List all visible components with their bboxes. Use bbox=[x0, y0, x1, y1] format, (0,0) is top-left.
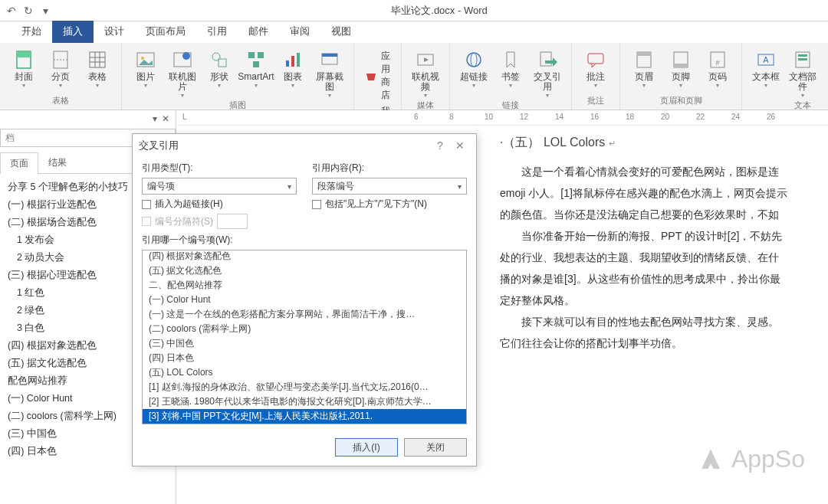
insert-button[interactable]: 插入(I) bbox=[335, 438, 398, 457]
ribbon-btn-分页[interactable]: 分页▾ bbox=[43, 46, 78, 94]
ribbon-btn-书签[interactable]: 书签▾ bbox=[493, 46, 528, 99]
svg-text:#: # bbox=[715, 59, 719, 67]
ribbon-btn-label: 页码 bbox=[708, 72, 727, 82]
cross-reference-dialog: 交叉引用 ? ✕ 引用类型(T): 编号项 插入为超链接(H) 编号分隔符(S) bbox=[132, 133, 477, 466]
insert-hyperlink-checkbox[interactable]: 插入为超链接(H) bbox=[142, 198, 297, 211]
形状-icon bbox=[209, 49, 230, 70]
ribbon-btn-label: 图片 bbox=[136, 72, 155, 82]
ribbon-btn-图片[interactable]: 图片▾ bbox=[128, 46, 163, 99]
svg-rect-31 bbox=[588, 54, 603, 64]
ribbon-btn-屏幕截图[interactable]: 屏幕截图▾ bbox=[312, 46, 347, 99]
ref-type-select[interactable]: 编号项 bbox=[142, 178, 297, 195]
reference-list-item[interactable]: (五) 据文化选配色 bbox=[143, 263, 466, 278]
reference-list-item[interactable]: (四) 日本色 bbox=[143, 351, 466, 365]
close-button[interactable]: 关闭 bbox=[404, 438, 467, 457]
include-above-below-checkbox[interactable]: 包括"见上方"/"见下方"(N) bbox=[312, 198, 467, 211]
ribbon-btn-页码[interactable]: #页码▾ bbox=[700, 46, 735, 94]
ribbon-btn-表格[interactable]: 表格▾ bbox=[80, 46, 115, 94]
reference-list-item[interactable]: [1] 赵剑.海报的身体政治、欲望心理与变态美学[J].当代文坛,2016(0… bbox=[143, 380, 466, 394]
menu-tab-0[interactable]: 开始 bbox=[11, 21, 52, 43]
应用商店-icon bbox=[365, 70, 377, 82]
dialog-close-icon[interactable]: ✕ bbox=[450, 139, 470, 152]
SmartArt-icon bbox=[245, 49, 267, 70]
which-item-label: 引用哪一个编号项(W): bbox=[142, 234, 467, 247]
reference-list-item[interactable]: [3] 刘将.中国 PPT文化史[M].上海人民美术出版社,2011. bbox=[143, 409, 466, 424]
nav-close-icon[interactable]: ✕ bbox=[162, 113, 169, 124]
dialog-help-icon[interactable]: ? bbox=[430, 139, 450, 152]
menu-tab-3[interactable]: 页面布局 bbox=[135, 21, 196, 43]
书签-icon bbox=[500, 49, 521, 70]
ribbon-btn-封面[interactable]: 封面▾ bbox=[6, 46, 41, 94]
ribbon-btn-交叉引用[interactable]: 交叉引用▾ bbox=[530, 46, 565, 99]
ribbon-btn-label: 批注 bbox=[586, 72, 605, 82]
ribbon-btn-联机图片[interactable]: 联机图片▾ bbox=[165, 46, 200, 99]
menu-tab-1[interactable]: 插入 bbox=[52, 21, 94, 43]
ribbon-btn-形状[interactable]: 形状▾ bbox=[202, 46, 237, 99]
svg-rect-18 bbox=[286, 61, 289, 67]
ribbon-btn-label: 分页 bbox=[51, 72, 70, 82]
ref-content-select[interactable]: 段落编号 bbox=[312, 178, 467, 195]
svg-rect-17 bbox=[253, 61, 259, 67]
svg-rect-16 bbox=[258, 52, 264, 58]
nav-tab-0[interactable]: 页面 bbox=[0, 152, 38, 174]
reference-list-item[interactable]: (三) 中国色 bbox=[143, 336, 466, 351]
ribbon-btn-label: SmartArt bbox=[238, 72, 274, 82]
ribbon-btn-label: 文本框 bbox=[752, 72, 780, 82]
ribbon-btn-label: 文档部件 bbox=[785, 72, 820, 92]
ribbon-btn-文档部件[interactable]: 文档部件▾ bbox=[785, 46, 820, 99]
svg-rect-15 bbox=[248, 52, 255, 58]
reference-list-item[interactable]: (一) Color Hunt bbox=[143, 293, 466, 307]
文档部件-icon bbox=[792, 49, 813, 70]
svg-rect-41 bbox=[798, 54, 807, 57]
ref-content-value: 段落编号 bbox=[317, 180, 354, 193]
ribbon-btn-SmartArt[interactable]: SmartArt▾ bbox=[238, 46, 274, 99]
dialog-title: 交叉引用 bbox=[139, 139, 430, 152]
separator-input bbox=[217, 214, 248, 229]
ribbon-btn-艺[interactable]: A艺▾ bbox=[822, 46, 828, 99]
ribbon-btn-页眉[interactable]: 页眉▾ bbox=[626, 46, 662, 94]
checkbox-label: 包括"见上方"/"见下方"(N) bbox=[325, 198, 427, 211]
ribbon-group-5: 批注▾批注 bbox=[572, 43, 620, 110]
ribbon-btn-label: 表格 bbox=[88, 72, 107, 82]
redo-icon[interactable]: ↻ bbox=[20, 2, 37, 19]
reference-list-item[interactable]: [2] 王晓涵. 1980年代以来华语电影的海报文化研究[D].南京师范大学… bbox=[143, 394, 466, 409]
reference-list-item[interactable]: 二、配色网站推荐 bbox=[143, 278, 466, 293]
button-label: 关闭 bbox=[426, 441, 445, 454]
ribbon-btn-label: 联机图片 bbox=[165, 72, 200, 92]
reference-item-list[interactable]: (四) 根据对象选配色(五) 据文化选配色二、配色网站推荐(一) Color H… bbox=[142, 250, 467, 424]
ribbon-btn-页脚[interactable]: 页脚▾ bbox=[663, 46, 698, 94]
ribbon-btn-文本框[interactable]: A文本框▾ bbox=[748, 46, 784, 99]
num-separator-checkbox: 编号分隔符(S) bbox=[142, 214, 297, 229]
menu-tab-4[interactable]: 引用 bbox=[196, 21, 238, 43]
ribbon-btn-联机视频[interactable]: 联机视频▾ bbox=[408, 46, 443, 99]
ribbon-btn-超链接[interactable]: 超链接▾ bbox=[456, 46, 491, 99]
ribbon-group-7: A文本框▾文档部件▾A艺▾文本 bbox=[742, 43, 828, 110]
ribbon-group-4: 超链接▾书签▾交叉引用▾链接 bbox=[450, 43, 572, 110]
ribbon-btn-图表[interactable]: 图表▾ bbox=[275, 46, 310, 99]
ribbon-btn-label: 屏幕截图 bbox=[312, 72, 347, 92]
ribbon-btn-label: 联机视频 bbox=[408, 72, 443, 92]
nav-menu-icon[interactable]: ▾ bbox=[153, 113, 157, 124]
checkbox-label: 插入为超链接(H) bbox=[155, 198, 223, 211]
qa-dropdown-icon[interactable]: ▾ bbox=[37, 2, 54, 19]
reference-list-item[interactable]: (四) 根据对象选配色 bbox=[143, 250, 466, 263]
title-bar: ↶ ↻ ▾ 毕业论文.docx - Word bbox=[0, 0, 828, 21]
reference-list-item[interactable]: (二) coolors (需科学上网) bbox=[143, 322, 466, 336]
paragraph: 当你准备开始一份新的海报、PPT 的设计时[2]，不妨先 bbox=[500, 226, 828, 246]
联机视频-icon bbox=[415, 49, 436, 70]
nav-search-placeholder: 档 bbox=[5, 132, 15, 145]
ribbon-btn-label: 形状 bbox=[210, 72, 228, 82]
reference-list-item[interactable]: (五) LOL Colors bbox=[143, 365, 466, 380]
ribbon-btn-应用商店[interactable]: 应用商店 bbox=[360, 49, 395, 103]
nav-tab-1[interactable]: 结果 bbox=[38, 152, 77, 173]
menu-tab-6[interactable]: 审阅 bbox=[279, 21, 320, 43]
ribbon-btn-批注[interactable]: 批注▾ bbox=[578, 46, 613, 94]
ribbon-btn-label: 封面 bbox=[15, 72, 33, 82]
menu-tab-7[interactable]: 视图 bbox=[320, 21, 362, 43]
menu-tab-5[interactable]: 邮件 bbox=[238, 21, 279, 43]
back-icon[interactable]: ↶ bbox=[3, 2, 20, 19]
ribbon-group-0: 封面▾分页▾表格▾表格 bbox=[0, 43, 122, 110]
ribbon-group-1: 图片▾联机图片▾形状▾SmartArt▾图表▾屏幕截图▾插图 bbox=[122, 43, 354, 110]
reference-list-item[interactable]: (一) 这是一个在线的色彩搭配方案分享网站，界面简洁干净，搜… bbox=[143, 307, 466, 322]
menu-tab-2[interactable]: 设计 bbox=[94, 21, 135, 43]
